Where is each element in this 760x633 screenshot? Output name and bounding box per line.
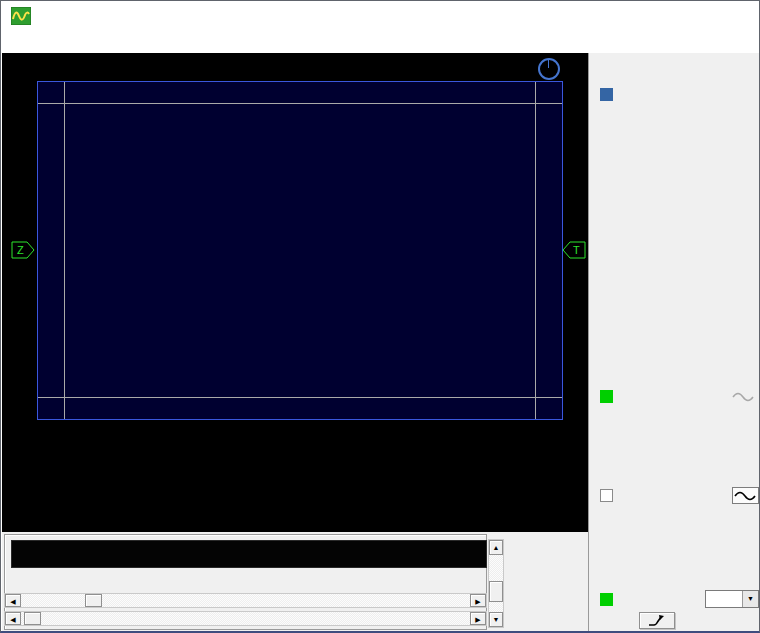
svg-text:T: T — [573, 244, 580, 256]
generator-panel: ◀ ▶ ◀ ▶ ▲ ▼ — [2, 532, 588, 632]
a1-checkbox[interactable] — [600, 390, 613, 403]
scope-display — [37, 81, 563, 420]
acquisition-spinner-icon — [538, 58, 560, 80]
a1-coupling-sine-icon — [731, 390, 755, 403]
title-bar — [1, 1, 759, 31]
close-button[interactable] — [717, 1, 757, 30]
sync-checkbox[interactable] — [600, 593, 613, 606]
a2-checkbox[interactable] — [600, 489, 613, 502]
minimize-button[interactable] — [623, 1, 663, 30]
scope-grid-and-trace — [38, 104, 562, 419]
app-icon — [11, 7, 31, 25]
sine-icon — [733, 489, 757, 503]
sync-slope-button[interactable] — [639, 612, 675, 629]
maximize-button[interactable] — [675, 1, 715, 30]
menu-bar — [1, 31, 759, 53]
f-ets-readout — [37, 492, 577, 507]
timebase-checkbox[interactable] — [600, 88, 613, 101]
a2-coupling-sine-button[interactable] — [732, 487, 759, 504]
control-panel: ▼ — [588, 53, 759, 632]
measurement-row-3 — [37, 458, 577, 473]
frequency-fine-scrollbar[interactable]: ◀ ▶ — [4, 611, 487, 626]
sync-source-combo[interactable]: ▼ — [705, 590, 759, 608]
amplitude-thumb[interactable] — [489, 581, 503, 602]
cursor-t2[interactable] — [535, 82, 536, 419]
frequency-coarse-thumb[interactable] — [85, 594, 102, 607]
chevron-down-icon[interactable]: ▼ — [742, 591, 758, 607]
measurement-row-2 — [37, 441, 577, 456]
frequency-coarse-scrollbar[interactable]: ◀ ▶ — [4, 593, 487, 608]
measurement-row-1 — [37, 424, 577, 439]
scope-info-bar — [38, 82, 562, 104]
cursor-v1[interactable] — [38, 103, 562, 104]
app-window: Z T ◀ ▶ ◀ ▶ ▲ — [0, 0, 760, 633]
rising-edge-icon — [646, 613, 668, 628]
cursor-v2[interactable] — [38, 397, 562, 398]
frequency-fine-thumb[interactable] — [24, 612, 41, 625]
zero-level-marker[interactable]: Z — [11, 241, 35, 259]
cursor-t1[interactable] — [64, 82, 65, 419]
trigger-level-marker[interactable]: T — [562, 241, 586, 259]
amplitude-scrollbar[interactable]: ▲ ▼ — [488, 539, 504, 628]
svg-text:Z: Z — [17, 244, 24, 256]
generator-display — [11, 540, 487, 568]
